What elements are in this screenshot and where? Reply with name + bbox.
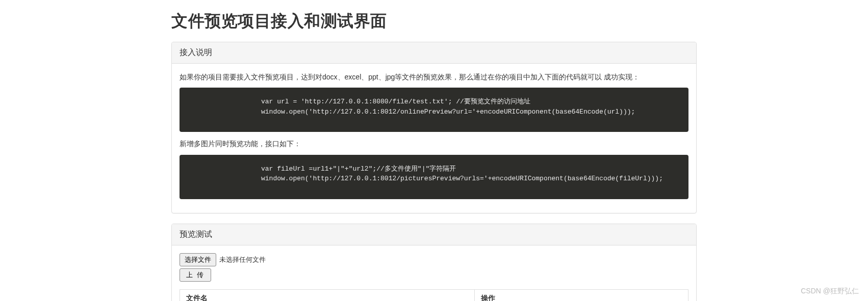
code-block-1: var url = 'http://127.0.0.1:8080/file/te… — [180, 88, 688, 132]
table-header-filename: 文件名 — [180, 289, 475, 301]
watermark-text: CSDN @狂野弘仁 — [801, 287, 859, 296]
table-header-action: 操作 — [475, 289, 688, 301]
choose-file-button[interactable]: 选择文件 — [180, 253, 216, 266]
files-table: 文件名 操作 No matching records found — [180, 289, 688, 301]
file-status-text: 未选择任何文件 — [219, 255, 266, 264]
main-container: 文件预览项目接入和测试界面 接入说明 如果你的项目需要接入文件预览项目，达到对d… — [164, 0, 704, 301]
panel-heading-preview: 预览测试 — [172, 224, 696, 245]
panel-body-preview: 选择文件 未选择任何文件 上 传 文件名 操作 No matching reco… — [172, 245, 696, 301]
table-header-row: 文件名 操作 — [180, 289, 688, 301]
code-block-2: var fileUrl =url1+"|"+"url2";//多文件使用"|"字… — [180, 155, 688, 199]
file-input-row: 选择文件 未选择任何文件 — [180, 253, 688, 266]
intro-text-1: 如果你的项目需要接入文件预览项目，达到对docx、excel、ppt、jpg等文… — [180, 71, 688, 83]
page-title: 文件预览项目接入和测试界面 — [171, 10, 697, 33]
panel-integration-instructions: 接入说明 如果你的项目需要接入文件预览项目，达到对docx、excel、ppt、… — [171, 42, 697, 213]
intro-text-2: 新增多图片同时预览功能，接口如下： — [180, 138, 688, 149]
panel-body-instructions: 如果你的项目需要接入文件预览项目，达到对docx、excel、ppt、jpg等文… — [172, 64, 696, 213]
upload-button[interactable]: 上 传 — [180, 268, 211, 282]
file-controls: 选择文件 未选择任何文件 上 传 — [180, 253, 688, 282]
panel-preview-test: 预览测试 选择文件 未选择任何文件 上 传 文件名 操作 N — [171, 224, 697, 301]
panel-heading-instructions: 接入说明 — [172, 42, 696, 64]
